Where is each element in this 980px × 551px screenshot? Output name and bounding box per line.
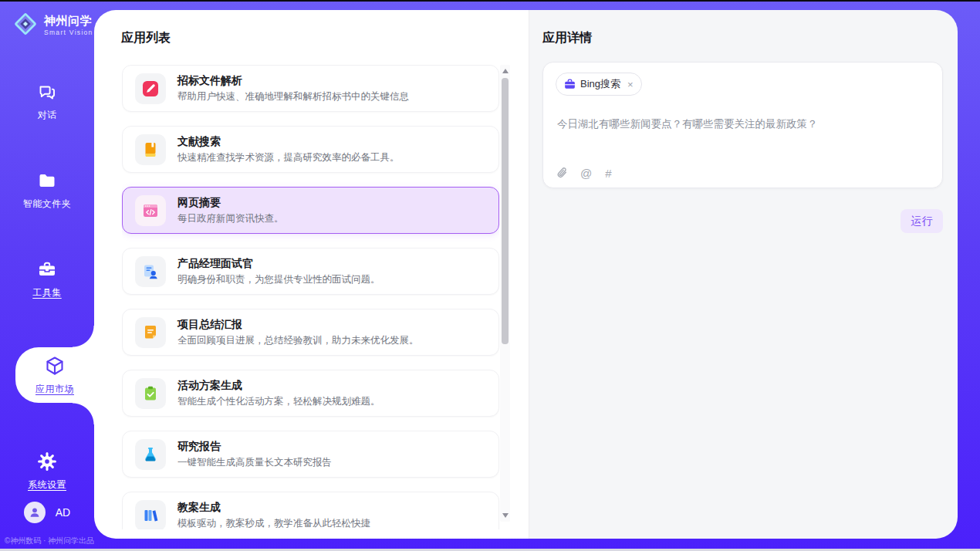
- sidebar-item-label: 应用市场: [35, 383, 74, 396]
- top-edge-line: [0, 0, 980, 2]
- app-card-title: 产品经理面试官: [177, 257, 380, 271]
- sidebar: 神州问学 Smart Vision 对话智能文件夹工具集应用市场系统设置 AD …: [0, 2, 94, 551]
- sidebar-item-settings[interactable]: 系统设置: [0, 451, 94, 492]
- app-list-title: 应用列表: [121, 30, 171, 46]
- app-card-title: 项目总结汇报: [177, 318, 419, 332]
- content-area: 应用列表 招标文件解析帮助用户快速、准确地理解和解析招标书中的关键信息文献搜索快…: [94, 10, 958, 539]
- tool-chip-label: Bing搜索: [580, 77, 620, 91]
- run-button[interactable]: 运行: [901, 209, 943, 233]
- avatar[interactable]: [24, 502, 46, 523]
- app-window: 神州问学 Smart Vision 对话智能文件夹工具集应用市场系统设置 AD …: [0, 0, 980, 551]
- logo-title: 神州问学: [44, 15, 93, 28]
- scrollbar-down-arrow[interactable]: [500, 510, 510, 521]
- hash-icon[interactable]: #: [605, 167, 611, 179]
- lesson-icon: [135, 500, 166, 530]
- cube-icon: [44, 355, 66, 377]
- toolbox-icon: [37, 259, 57, 280]
- app-logo: 神州问学 Smart Vision: [12, 11, 93, 40]
- user-profile[interactable]: AD: [0, 502, 94, 523]
- logo-diamond-icon: [12, 11, 39, 40]
- sidebar-nav: 对话智能文件夹工具集应用市场系统设置: [0, 81, 94, 539]
- app-card-description: 明确身份和职责，为您提供专业性的面试问题。: [177, 273, 380, 286]
- bid-doc-icon: [135, 73, 166, 104]
- app-card[interactable]: 产品经理面试官明确身份和职责，为您提供专业性的面试问题。: [122, 248, 499, 295]
- scrollbar-up-arrow[interactable]: [500, 66, 510, 76]
- sidebar-item-smart-folders[interactable]: 智能文件夹: [0, 170, 94, 211]
- note-icon: [135, 317, 166, 348]
- app-card-title: 活动方案生成: [177, 379, 380, 393]
- scrollbar[interactable]: [500, 65, 510, 522]
- app-card-description: 全面回顾项目进展，总结经验教训，助力未来优化发展。: [177, 334, 419, 347]
- research-icon: [135, 439, 166, 470]
- sidebar-item-label: 系统设置: [28, 478, 66, 492]
- app-card-title: 教案生成: [177, 501, 370, 515]
- gear-icon: [37, 451, 57, 472]
- prompt-toolbar: @#: [557, 167, 612, 179]
- briefcase-icon: [564, 79, 576, 90]
- app-card[interactable]: 活动方案生成智能生成个性化活动方案，轻松解决规划难题。: [122, 370, 499, 417]
- app-detail-title: 应用详情: [542, 30, 592, 46]
- sidebar-item-toolbox[interactable]: 工具集: [0, 259, 94, 299]
- at-icon[interactable]: @: [580, 167, 592, 179]
- folder-icon: [37, 170, 57, 191]
- app-card-description: 一键智能生成高质量长文本研究报告: [177, 456, 332, 469]
- app-card-description: 每日政府新闻资讯快查。: [177, 212, 284, 225]
- active-bubble-corner: [73, 403, 94, 424]
- prompt-card: Bing搜索 × 今日湖北有哪些新闻要点？有哪些需要关注的最新政策？ @#: [542, 62, 943, 188]
- prompt-input[interactable]: 今日湖北有哪些新闻要点？有哪些需要关注的最新政策？: [557, 117, 928, 132]
- sidebar-item-label: 对话: [38, 109, 57, 122]
- app-card[interactable]: 研究报告一键智能生成高质量长文本研究报告: [122, 431, 499, 478]
- chat-icon: [37, 81, 57, 103]
- app-card[interactable]: 项目总结汇报全面回顾项目进展，总结经验教训，助力未来优化发展。: [122, 309, 499, 356]
- app-card-description: 模板驱动，教案秒成，教学准备从此轻松快捷: [177, 517, 370, 530]
- app-card-description: 快速精准查找学术资源，提高研究效率的必备工具。: [177, 151, 400, 164]
- copyright-footer: ©神州数码 · 神州问学出品: [0, 536, 102, 546]
- clipboard-icon: [135, 378, 166, 409]
- webpage-icon: [135, 195, 166, 226]
- app-card-title: 网页摘要: [177, 196, 284, 210]
- user-icon: [29, 506, 41, 519]
- app-card-title: 研究报告: [177, 440, 332, 454]
- interviewer-icon: [135, 256, 166, 287]
- active-bubble-corner: [73, 326, 94, 347]
- app-card-list: 招标文件解析帮助用户快速、准确地理解和解析招标书中的关键信息文献搜索快速精准查找…: [122, 65, 499, 529]
- app-card-title: 招标文件解析: [177, 74, 409, 88]
- app-card[interactable]: 招标文件解析帮助用户快速、准确地理解和解析招标书中的关键信息: [122, 65, 499, 112]
- app-list-panel: 应用列表 招标文件解析帮助用户快速、准确地理解和解析招标书中的关键信息文献搜索快…: [94, 10, 529, 539]
- logo-subtitle: Smart Vision: [44, 29, 93, 36]
- app-card-description: 帮助用户快速、准确地理解和解析招标书中的关键信息: [177, 90, 409, 103]
- book-icon: [135, 134, 166, 165]
- app-detail-panel: 应用详情 Bing搜索 × 今日湖北有哪些新闻要点？有哪些需要关注的最新政策？ …: [529, 10, 958, 539]
- app-card-description: 智能生成个性化活动方案，轻松解决规划难题。: [177, 395, 380, 408]
- sidebar-item-app-market[interactable]: 应用市场: [15, 347, 94, 403]
- app-card[interactable]: 教案生成模板驱动，教案秒成，教学准备从此轻松快捷: [122, 492, 499, 529]
- close-icon[interactable]: ×: [627, 79, 634, 90]
- tool-chip-bing-search[interactable]: Bing搜索 ×: [556, 73, 642, 96]
- scrollbar-thumb[interactable]: [502, 78, 509, 344]
- app-card[interactable]: 文献搜索快速精准查找学术资源，提高研究效率的必备工具。: [122, 126, 499, 173]
- paperclip-icon[interactable]: [557, 167, 567, 179]
- app-card-title: 文献搜索: [177, 135, 400, 149]
- sidebar-item-label: 工具集: [32, 286, 62, 299]
- sidebar-item-label: 智能文件夹: [23, 198, 72, 211]
- user-name: AD: [56, 506, 70, 519]
- app-card[interactable]: 网页摘要每日政府新闻资讯快查。: [122, 187, 499, 234]
- sidebar-item-chat[interactable]: 对话: [0, 81, 94, 122]
